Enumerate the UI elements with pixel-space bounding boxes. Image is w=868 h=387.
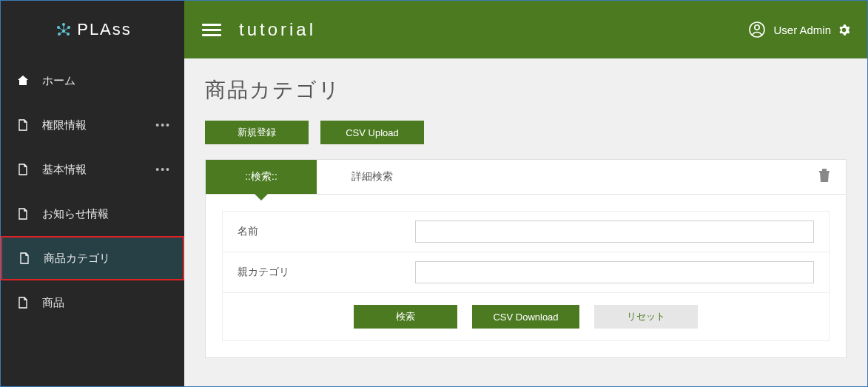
name-input[interactable]: [415, 221, 814, 243]
nav-item-home[interactable]: ホーム: [1, 58, 184, 103]
home-icon: [16, 75, 30, 87]
user-menu[interactable]: User Admin: [748, 21, 850, 38]
user-icon: [748, 21, 766, 38]
content: 商品カテゴリ 新規登録 CSV Upload ::検索:: 詳細検索: [184, 58, 867, 386]
menu-toggle-icon[interactable]: [202, 21, 221, 39]
name-label: 名前: [238, 225, 415, 238]
more-icon[interactable]: •••: [155, 119, 171, 131]
file-icon: [16, 208, 30, 220]
file-icon: [17, 252, 32, 264]
gear-icon[interactable]: [838, 24, 850, 36]
logo-area: PLAss: [1, 1, 184, 58]
file-icon: [16, 119, 30, 131]
tab-detail-search[interactable]: 詳細検索: [317, 160, 428, 194]
search-card: ::検索:: 詳細検索 名前: [205, 159, 847, 358]
form-buttons: 検索 CSV Download リセット: [223, 293, 829, 340]
nav-label: 商品: [42, 296, 64, 310]
form-row-parent: 親カテゴリ: [223, 252, 829, 293]
topbar-title: tutorial: [239, 19, 316, 40]
nav-label: 権限情報: [42, 118, 87, 132]
svg-rect-14: [822, 169, 827, 171]
form-row-name: 名前: [223, 212, 829, 252]
logo: PLAss: [53, 19, 132, 40]
logo-icon: [53, 19, 74, 40]
svg-line-8: [64, 27, 69, 31]
tab-search[interactable]: ::検索::: [206, 160, 317, 194]
nav: ホーム 権限情報 ••• 基本情報 ••• お知らせ情報: [1, 58, 184, 325]
reset-button[interactable]: リセット: [594, 305, 698, 329]
file-icon: [16, 297, 30, 309]
more-icon[interactable]: •••: [155, 164, 171, 175]
topbar: tutorial User Admin: [184, 1, 867, 58]
action-row: 新規登録 CSV Upload: [205, 121, 847, 144]
user-name: User Admin: [773, 24, 831, 36]
svg-line-7: [58, 27, 64, 31]
nav-item-basic[interactable]: 基本情報 •••: [1, 147, 184, 192]
new-button[interactable]: 新規登録: [205, 121, 309, 144]
parent-input[interactable]: [415, 261, 814, 283]
logo-text: PLAss: [77, 20, 132, 39]
nav-item-product[interactable]: 商品: [1, 280, 184, 325]
csv-upload-button[interactable]: CSV Upload: [320, 121, 424, 144]
nav-item-news[interactable]: お知らせ情報: [1, 192, 184, 236]
sidebar: PLAss ホーム 権限情報 ••• 基本情報: [1, 1, 184, 386]
tabs: ::検索:: 詳細検索: [206, 160, 846, 195]
nav-item-permission[interactable]: 権限情報 •••: [1, 103, 184, 147]
search-button[interactable]: 検索: [354, 305, 457, 329]
csv-download-button[interactable]: CSV Download: [472, 305, 579, 329]
nav-item-product-category[interactable]: 商品カテゴリ: [1, 236, 184, 280]
trash-icon[interactable]: [813, 164, 835, 190]
nav-label: ホーム: [42, 74, 75, 88]
nav-label: 商品カテゴリ: [44, 252, 110, 266]
search-form: 名前 親カテゴリ 検索 CSV Download リセット: [206, 195, 846, 357]
parent-label: 親カテゴリ: [238, 266, 415, 279]
page-title: 商品カテゴリ: [205, 76, 847, 104]
nav-label: 基本情報: [42, 163, 87, 177]
nav-label: お知らせ情報: [42, 207, 109, 221]
file-icon: [16, 164, 30, 175]
main: tutorial User Admin 商品カテゴリ 新規登録 CSV Uplo…: [184, 1, 867, 386]
svg-point-12: [755, 25, 759, 30]
svg-rect-13: [819, 171, 830, 172]
